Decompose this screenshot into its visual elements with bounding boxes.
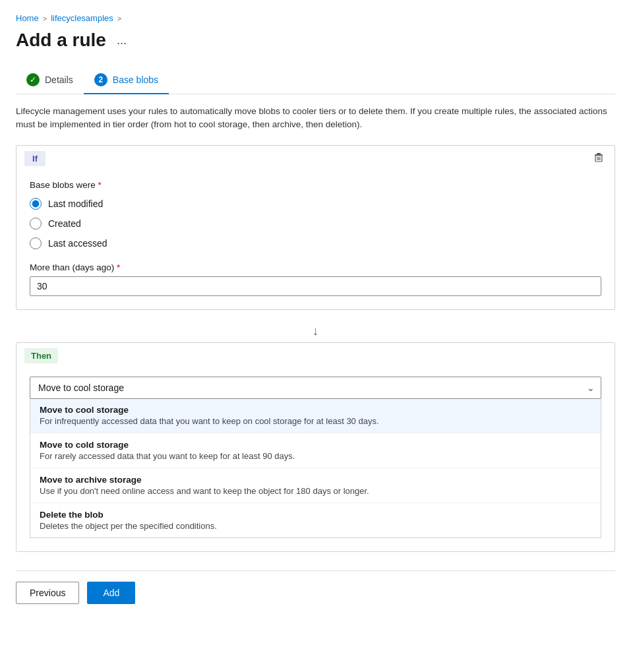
breadcrumb-sep2: >: [117, 15, 121, 22]
trash-icon: [593, 152, 604, 163]
description-text: Lifecycle management uses your rules to …: [16, 105, 615, 132]
bottom-button-row: Previous Add: [16, 570, 615, 604]
svg-rect-0: [597, 153, 601, 154]
base-blobs-badge: 2: [94, 73, 107, 86]
radio-created-label: Created: [48, 218, 81, 229]
required-star-2: *: [117, 262, 120, 272]
then-label: Then: [24, 348, 58, 363]
option-archive-title: Move to archive storage: [40, 475, 591, 485]
if-card-body: Base blobs were * Last modified Created …: [16, 172, 615, 309]
page-title-row: Add a rule ...: [16, 30, 615, 51]
required-star-1: *: [98, 180, 102, 190]
option-delete-desc: Deletes the object per the specified con…: [40, 521, 591, 531]
option-cold-desc: For rarely accessed data that you want t…: [40, 451, 591, 461]
tab-details-label: Details: [45, 75, 73, 85]
radio-last-accessed-input[interactable]: [30, 237, 42, 249]
svg-rect-1: [595, 154, 603, 156]
radio-last-accessed-label: Last accessed: [48, 238, 107, 249]
radio-created-input[interactable]: [30, 218, 42, 229]
if-label: If: [24, 151, 45, 166]
then-card-header: Then: [16, 343, 615, 369]
breadcrumb: Home > lifecyclesamples >: [16, 13, 615, 23]
page-title: Add a rule: [16, 30, 106, 51]
dropdown-option-cool[interactable]: Move to cool storage For infrequently ac…: [30, 398, 601, 433]
dropdown-options-panel: Move to cool storage For infrequently ac…: [30, 398, 601, 538]
more-than-label: More than (days ago) *: [30, 262, 601, 272]
option-delete-title: Delete the blob: [40, 510, 591, 520]
then-section-card: Then Move to cool storage Move to cold s…: [16, 342, 615, 552]
dropdown-option-delete[interactable]: Delete the blob Deletes the object per t…: [30, 503, 601, 537]
blob-condition-radio-group: Last modified Created Last accessed: [30, 198, 601, 249]
radio-created[interactable]: Created: [30, 218, 601, 229]
option-cool-desc: For infrequently accessed data that you …: [40, 416, 591, 426]
breadcrumb-lifecycle[interactable]: lifecyclesamples: [51, 13, 113, 23]
previous-button[interactable]: Previous: [16, 582, 79, 604]
details-check-icon: ✓: [26, 73, 40, 86]
option-cold-title: Move to cold storage: [40, 440, 591, 450]
breadcrumb-sep1: >: [43, 15, 47, 22]
option-archive-desc: Use if you don't need online access and …: [40, 486, 591, 496]
tab-base-blobs-label: Base blobs: [113, 75, 158, 85]
then-card-body: Move to cool storage Move to cold storag…: [16, 369, 615, 551]
days-ago-input[interactable]: 30: [30, 276, 601, 296]
option-cool-title: Move to cool storage: [40, 405, 591, 415]
action-dropdown[interactable]: Move to cool storage Move to cold storag…: [30, 377, 601, 399]
radio-last-accessed[interactable]: Last accessed: [30, 237, 601, 249]
breadcrumb-home[interactable]: Home: [16, 13, 39, 23]
if-delete-button[interactable]: [591, 151, 607, 167]
radio-last-modified-label: Last modified: [48, 199, 103, 209]
tabs-bar: ✓ Details 2 Base blobs: [16, 67, 615, 94]
radio-last-modified[interactable]: Last modified: [30, 198, 601, 210]
radio-last-modified-input[interactable]: [30, 198, 42, 210]
dropdown-option-archive[interactable]: Move to archive storage Use if you don't…: [30, 468, 601, 503]
dropdown-option-cold[interactable]: Move to cold storage For rarely accessed…: [30, 433, 601, 468]
if-section-card: If Base blobs were * Last modified: [16, 145, 615, 310]
base-blobs-were-label: Base blobs were *: [30, 180, 601, 190]
tab-base-blobs[interactable]: 2 Base blobs: [84, 67, 169, 94]
add-button[interactable]: Add: [87, 582, 135, 604]
if-card-header: If: [16, 146, 615, 172]
more-options-button[interactable]: ...: [113, 32, 131, 49]
arrow-connector: ↓: [16, 321, 615, 342]
action-dropdown-wrapper: Move to cool storage Move to cold storag…: [30, 377, 601, 399]
tab-details[interactable]: ✓ Details: [16, 67, 84, 94]
